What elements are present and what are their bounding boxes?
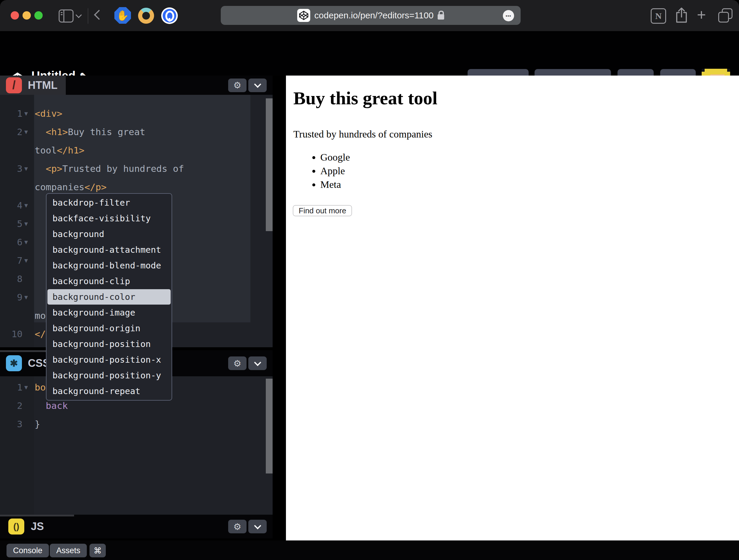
preview-list: Google Apple Meta <box>307 150 350 191</box>
toolbar-divider <box>88 8 88 24</box>
editor-footer: Console Assets ⌘ <box>0 540 739 560</box>
fold-icon[interactable]: ▾ <box>24 383 32 391</box>
js-settings-button[interactable]: ⚙ <box>228 520 247 533</box>
list-item: Google <box>320 150 350 164</box>
content-blocker-extension-icon[interactable]: ✋ <box>114 7 131 24</box>
fold-icon[interactable]: ▾ <box>24 109 32 118</box>
sidebar-toggle-icon[interactable] <box>59 9 73 22</box>
new-tab-icon[interactable]: + <box>697 7 706 23</box>
autocomplete-item[interactable]: background-blend-mode <box>46 258 172 273</box>
code-line[interactable]: mo <box>35 306 46 325</box>
chevron-down-icon <box>254 522 261 529</box>
share-icon[interactable] <box>675 7 689 25</box>
code-line[interactable]: tool</h1> <box>35 141 85 159</box>
gutter-line[interactable]: 3 <box>0 415 32 433</box>
css-scrollbar[interactable] <box>266 379 273 473</box>
js-panel-header: () JS ⚙ <box>0 515 273 538</box>
keyboard-shortcuts-button[interactable]: ⌘ <box>90 544 106 557</box>
gutter-line[interactable]: 1▾ <box>0 104 32 123</box>
gutter-line[interactable]: 9▾ <box>0 288 32 306</box>
code-line[interactable]: <div> <box>35 104 62 123</box>
assets-button[interactable]: Assets <box>50 544 87 557</box>
autocomplete-dropdown: backdrop-filter backface-visibility back… <box>46 193 172 401</box>
fold-icon[interactable]: ▾ <box>24 201 32 209</box>
code-line[interactable]: <p>Trusted by hundreds of <box>35 159 184 178</box>
fold-icon[interactable]: ▾ <box>24 128 32 136</box>
fold-icon[interactable]: ▾ <box>24 293 32 301</box>
gear-icon: ⚙ <box>234 522 242 532</box>
preview-paragraph: Trusted by hundreds of companies <box>293 129 432 140</box>
tab-overview-icon[interactable] <box>718 8 732 22</box>
gutter-line[interactable]: 10 <box>0 325 32 343</box>
gear-icon: ⚙ <box>234 358 242 369</box>
window-close-button[interactable] <box>11 11 19 20</box>
html-scrollbar[interactable] <box>266 98 273 231</box>
code-line[interactable]: } <box>35 415 40 433</box>
page-more-button[interactable]: ••• <box>503 10 514 21</box>
autocomplete-item[interactable]: background-position <box>46 336 172 352</box>
gutter-line[interactable]: 7▾ <box>0 251 32 270</box>
notion-extension-icon[interactable]: N <box>651 8 666 24</box>
window-minimize-button[interactable] <box>22 11 31 20</box>
screen: ✋ codepen.io/pen/?editors=1100 ••• N + <box>0 0 739 560</box>
js-tab-strip <box>0 515 74 517</box>
list-item: Meta <box>320 178 350 191</box>
autocomplete-item[interactable]: background-position-y <box>46 368 172 383</box>
hand-icon: ✋ <box>117 9 129 21</box>
donut-extension-icon[interactable] <box>138 8 154 24</box>
autocomplete-item[interactable]: background <box>46 226 172 242</box>
gutter-line[interactable]: 5▾ <box>0 215 32 233</box>
codepen-favicon <box>297 9 310 22</box>
fold-icon[interactable]: ▾ <box>24 164 32 173</box>
sidebar-chevron-icon[interactable] <box>76 12 82 18</box>
html-tab-icon: / <box>6 77 22 93</box>
window-zoom-button[interactable] <box>34 11 43 20</box>
preview-pane <box>286 76 739 540</box>
gutter-line[interactable]: 3▾ <box>0 159 32 178</box>
autocomplete-item[interactable]: background-clip <box>46 273 172 289</box>
gutter-line[interactable]: 1▾ <box>0 378 32 397</box>
fold-icon[interactable]: ▾ <box>24 220 32 228</box>
address-bar[interactable]: codepen.io/pen/?editors=1100 ••• <box>221 6 521 25</box>
console-button[interactable]: Console <box>7 544 49 557</box>
code-line[interactable]: bo <box>35 378 46 397</box>
command-icon: ⌘ <box>94 546 102 555</box>
code-line[interactable]: <h1>Buy this great <box>35 123 145 141</box>
gutter-line[interactable]: 8 <box>0 270 32 288</box>
fold-icon[interactable]: ▾ <box>24 238 32 246</box>
autocomplete-item[interactable]: backface-visibility <box>46 211 172 226</box>
css-tab-icon: ✱ <box>6 355 22 371</box>
chevron-down-icon <box>254 359 261 366</box>
html-settings-button[interactable]: ⚙ <box>228 79 247 92</box>
html-tab-label[interactable]: HTML <box>28 79 57 92</box>
gutter-line[interactable]: 2 <box>0 397 32 415</box>
autocomplete-item[interactable]: background-image <box>46 305 172 320</box>
autocomplete-item[interactable]: background-position-x <box>46 352 172 368</box>
preview-heading: Buy this great tool <box>293 88 437 109</box>
fold-icon[interactable]: ▾ <box>24 256 32 265</box>
autocomplete-item[interactable]: backdrop-filter <box>46 195 172 211</box>
autocomplete-item-selected[interactable]: background-color <box>47 289 171 305</box>
onepassword-extension-icon[interactable] <box>161 7 178 24</box>
browser-chrome: ✋ codepen.io/pen/?editors=1100 ••• N + <box>0 0 739 31</box>
js-tab-icon: () <box>8 519 24 535</box>
js-tab-label[interactable]: JS <box>31 520 44 533</box>
chevron-down-icon <box>254 81 261 88</box>
autocomplete-item[interactable]: background-repeat <box>46 383 172 399</box>
css-settings-button[interactable]: ⚙ <box>228 357 247 370</box>
list-item: Apple <box>320 164 350 178</box>
autocomplete-item[interactable]: background-origin <box>46 320 172 336</box>
autocomplete-item[interactable]: background-attachment <box>46 242 172 258</box>
gutter-line[interactable]: 6▾ <box>0 233 32 251</box>
find-out-more-button[interactable]: Find out more <box>293 205 352 216</box>
css-collapse-button[interactable] <box>248 357 267 370</box>
code-line[interactable]: </ <box>35 325 46 343</box>
html-collapse-button[interactable] <box>248 79 267 92</box>
url-text: codepen.io/pen/?editors=1100 <box>314 10 434 20</box>
js-collapse-button[interactable] <box>248 520 267 533</box>
back-icon[interactable] <box>94 10 104 20</box>
gutter-line[interactable]: 4▾ <box>0 196 32 215</box>
gutter-line[interactable]: 2▾ <box>0 123 32 141</box>
html-panel-header: / HTML ⚙ <box>0 76 273 95</box>
gear-icon: ⚙ <box>234 80 242 90</box>
